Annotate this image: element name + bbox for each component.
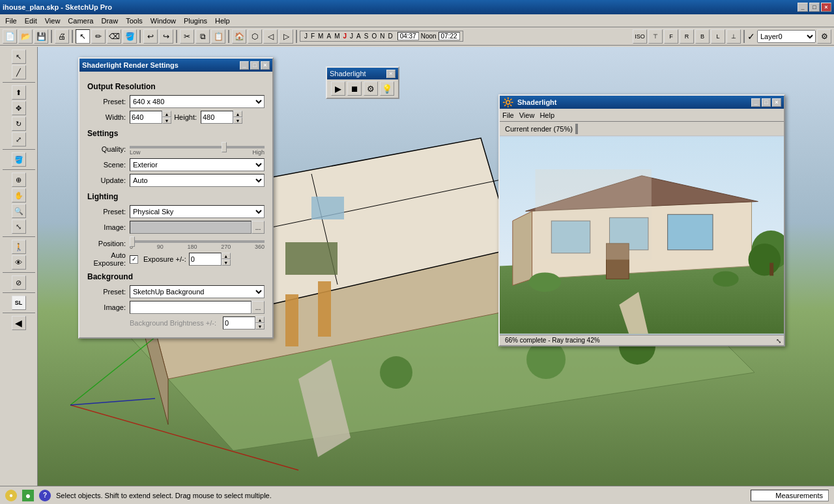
width-down[interactable]: ▼	[162, 117, 171, 124]
cut-icon[interactable]: ✂	[180, 29, 194, 44]
quality-slider-thumb[interactable]	[222, 142, 227, 152]
month-N[interactable]: N	[379, 33, 386, 40]
left-paint-icon[interactable]: 🪣	[12, 152, 26, 167]
height-down[interactable]: ▼	[233, 117, 242, 124]
month-J2[interactable]: J	[341, 33, 348, 40]
minimize-button[interactable]: _	[798, 3, 808, 12]
month-A1[interactable]: A	[325, 33, 332, 40]
save-icon[interactable]: 💾	[34, 29, 48, 44]
status-icon-3[interactable]: ?	[39, 490, 51, 501]
lighting-image-input[interactable]	[130, 221, 252, 234]
month-M[interactable]: M	[317, 33, 324, 40]
height-input[interactable]: 480	[201, 111, 233, 124]
render-settings-icon[interactable]: ⚙	[364, 81, 378, 96]
rw-menu-file[interactable]: File	[502, 111, 514, 119]
bottom-view-icon[interactable]: ⊥	[726, 29, 741, 44]
month-S[interactable]: S	[363, 33, 370, 40]
month-A2[interactable]: A	[355, 33, 362, 40]
open-icon[interactable]: 📂	[18, 29, 33, 44]
left-expand-icon[interactable]: ◀	[12, 316, 26, 330]
rotate-left-icon[interactable]: ◁	[263, 29, 278, 44]
menu-draw[interactable]: Draw	[97, 16, 122, 26]
width-up[interactable]: ▲	[162, 111, 171, 117]
left-walkthrough-icon[interactable]: 🚶	[12, 240, 26, 254]
rw-minimize[interactable]: _	[751, 98, 760, 107]
rw-resize-handle[interactable]: ⤡	[776, 337, 784, 345]
month-D[interactable]: D	[386, 33, 394, 40]
print-icon[interactable]: 🖨	[55, 29, 69, 44]
update-select[interactable]: Auto Manual	[130, 174, 265, 187]
left-select-icon[interactable]: ↖	[12, 49, 26, 64]
left-push-icon[interactable]: ⬆	[12, 85, 26, 100]
width-input[interactable]: 640	[130, 111, 162, 124]
rw-menu-view[interactable]: View	[519, 111, 535, 119]
menu-window[interactable]: Window	[147, 16, 180, 26]
bg-preset-select[interactable]: SketchUp Background Physical Sky Custom …	[130, 285, 265, 298]
shader-toolbar-close[interactable]: ×	[386, 70, 395, 78]
left-orbit-icon[interactable]: ⊕	[12, 173, 26, 187]
render-play-icon[interactable]: ▶	[331, 81, 345, 96]
rw-close[interactable]: ×	[772, 98, 781, 107]
bg-brightness-down[interactable]: ▼	[255, 323, 265, 329]
bg-image-input[interactable]	[130, 301, 252, 314]
bg-brightness-input[interactable]: 0	[223, 316, 255, 329]
height-up[interactable]: ▲	[233, 111, 242, 117]
left-move-icon[interactable]: ✥	[12, 101, 26, 115]
rw-menu-help[interactable]: Help	[539, 111, 554, 119]
left-pan-icon[interactable]: ✋	[12, 188, 26, 203]
bg-brightness-up[interactable]: ▲	[255, 316, 265, 323]
back-view-icon[interactable]: B	[695, 29, 710, 44]
top-view-icon[interactable]: ⊤	[648, 29, 663, 44]
rw-titlebar[interactable]: 🔆 Shaderlight _ □ ×	[500, 96, 784, 109]
menu-plugins[interactable]: Plugins	[180, 16, 211, 26]
3d-icon[interactable]: ⬡	[248, 29, 262, 44]
render-dialog-minimize[interactable]: _	[240, 61, 249, 70]
menu-tools[interactable]: Tools	[122, 16, 147, 26]
left-zoom-icon[interactable]: 🔍	[12, 204, 26, 218]
bg-image-browse[interactable]: ...	[252, 301, 265, 314]
left-section-icon[interactable]: ⊘	[12, 275, 26, 290]
rw-maximize[interactable]: □	[762, 98, 771, 107]
left-view-icon[interactable]: L	[711, 29, 725, 44]
menu-view[interactable]: View	[41, 16, 65, 26]
rotate-right-icon[interactable]: ▷	[279, 29, 293, 44]
shader-toolbar-title[interactable]: Shaderlight ×	[327, 68, 398, 79]
render-light-icon[interactable]: 💡	[380, 81, 394, 96]
details-icon[interactable]: ⚙	[817, 29, 831, 44]
month-F[interactable]: F	[309, 33, 316, 40]
menu-edit[interactable]: Edit	[21, 16, 41, 26]
month-J3[interactable]: J	[349, 33, 354, 40]
status-icon-1[interactable]: ●	[5, 490, 17, 501]
render-dialog-close[interactable]: ×	[261, 61, 270, 70]
close-button[interactable]: ×	[821, 3, 831, 12]
month-M2[interactable]: M	[333, 33, 341, 40]
render-stop-icon[interactable]: ⏹	[347, 81, 362, 96]
resolution-preset-select[interactable]: 640 x 480 800 x 600 1024 x 768	[130, 95, 265, 108]
undo-icon[interactable]: ↩	[143, 29, 158, 44]
layer-select[interactable]: Layer0	[757, 30, 816, 43]
left-zoom-ext-icon[interactable]: ⤡	[12, 219, 26, 234]
left-scale-icon[interactable]: ⤢	[12, 132, 26, 147]
menu-file[interactable]: File	[1, 16, 21, 26]
new-icon[interactable]: 📄	[3, 29, 17, 44]
exposure-down[interactable]: ▼	[222, 259, 231, 266]
copy-icon[interactable]: ⧉	[195, 29, 210, 44]
paint-bucket-icon[interactable]: 🪣	[122, 29, 137, 44]
left-rotate-icon[interactable]: ↻	[12, 117, 26, 131]
front-view-icon[interactable]: F	[664, 29, 678, 44]
status-icon-2[interactable]: ●	[22, 490, 34, 501]
auto-exposure-checkbox[interactable]: ✓	[130, 255, 138, 264]
left-shaderlight-icon[interactable]: SL	[12, 296, 26, 310]
pencil-icon[interactable]: ✏	[91, 29, 106, 44]
render-dialog-titlebar[interactable]: Shaderlight Render Settings _ □ ×	[79, 59, 272, 72]
month-O[interactable]: O	[370, 33, 378, 40]
scene-select[interactable]: Exterior Interior	[130, 158, 265, 171]
render-dialog-maximize[interactable]: □	[250, 61, 259, 70]
position-thumb[interactable]	[130, 236, 135, 247]
lighting-preset-select[interactable]: Physical Sky Artificial Light Custom	[130, 205, 265, 218]
right-view-icon[interactable]: R	[680, 29, 694, 44]
menu-help[interactable]: Help	[211, 16, 234, 26]
lighting-image-browse[interactable]: ...	[252, 221, 265, 234]
exposure-up[interactable]: ▲	[222, 253, 231, 259]
redo-icon[interactable]: ↪	[159, 29, 173, 44]
